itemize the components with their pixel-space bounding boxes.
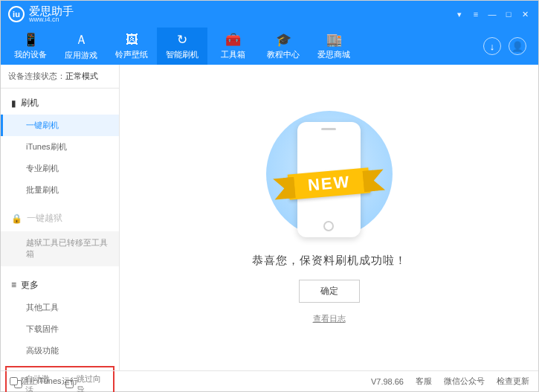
checkbox-input[interactable]	[10, 377, 18, 385]
main-content: NEW 恭喜您，保资料刷机成功啦！ 确定 查看日志	[120, 65, 538, 370]
status-label: 设备连接状态：	[8, 71, 65, 80]
checkbox-label: 阻止iTunes运行	[21, 376, 78, 387]
lock-icon: 🔒	[11, 213, 22, 224]
success-message: 恭喜您，保资料刷机成功啦！	[252, 254, 407, 268]
brand-url: www.i4.cn	[29, 16, 74, 23]
nav-shop[interactable]: 🏬 爱思商城	[309, 28, 359, 65]
maximize-icon[interactable]: □	[503, 9, 514, 19]
connection-status: 设备连接状态：正常模式	[1, 65, 119, 89]
menu-icon: ≡	[11, 280, 16, 290]
nav-label: 教程中心	[267, 49, 300, 60]
flash-icon: ↻	[177, 32, 187, 48]
menu-icon[interactable]: ▾	[454, 9, 465, 19]
nav-label: 爱思商城	[317, 49, 350, 60]
sidebar-item-download[interactable]: 下载固件	[1, 318, 119, 340]
nav-label: 工具箱	[221, 49, 245, 60]
sidebar-item-oneclick[interactable]: 一键刷机	[1, 115, 119, 136]
sidebar: 设备连接状态：正常模式 ▮ 刷机 一键刷机 iTunes刷机 专业刷机 批量刷机…	[1, 65, 120, 370]
nav-my-device[interactable]: 📱 我的设备	[5, 28, 56, 65]
sidebar-item-advanced[interactable]: 高级功能	[1, 340, 119, 362]
ribbon: NEW	[255, 169, 404, 199]
block-itunes-checkbox[interactable]: 阻止iTunes运行	[10, 376, 78, 387]
window-controls: ▾ ≡ — □ ✕	[454, 9, 531, 19]
sidebar-head-label: 更多	[21, 279, 39, 292]
nav-ringtone[interactable]: 🖼 铃声壁纸	[106, 28, 157, 65]
sidebar-head-more[interactable]: ≡ 更多	[1, 274, 119, 297]
success-illustration: NEW	[255, 111, 404, 245]
brand-block: 爱思助手 www.i4.cn	[29, 5, 74, 23]
shop-icon: 🏬	[326, 32, 342, 48]
sidebar-item-batch[interactable]: 批量刷机	[1, 179, 119, 201]
wechat-link[interactable]: 微信公众号	[444, 376, 485, 387]
jailbreak-note: 越狱工具已转移至工具箱	[1, 231, 119, 266]
main-nav: 📱 我的设备 Ａ 应用游戏 🖼 铃声壁纸 ↻ 智能刷机 🧰 工具箱 🎓 教程中心…	[1, 28, 538, 65]
nav-label: 铃声壁纸	[115, 49, 148, 60]
title-bar: iu 爱思助手 www.i4.cn ▾ ≡ — □ ✕	[1, 1, 538, 28]
user-button[interactable]: 👤	[509, 37, 526, 55]
ribbon-text: NEW	[288, 167, 371, 199]
status-footer: 阻止iTunes运行 V7.98.66 客服 微信公众号 检查更新	[1, 370, 538, 391]
apps-icon: Ａ	[75, 31, 88, 48]
sidebar-item-itunes[interactable]: iTunes刷机	[1, 136, 119, 158]
support-link[interactable]: 客服	[416, 376, 432, 387]
nav-label: 智能刷机	[166, 49, 199, 60]
wallpaper-icon: 🖼	[126, 33, 138, 48]
sidebar-head-label: 刷机	[21, 97, 39, 109]
sidebar-head-flash[interactable]: ▮ 刷机	[1, 91, 119, 115]
status-value: 正常模式	[65, 71, 98, 80]
nav-flash[interactable]: ↻ 智能刷机	[157, 28, 207, 65]
close-icon[interactable]: ✕	[519, 9, 531, 19]
phone-icon: 📱	[23, 32, 39, 48]
nav-label: 应用游戏	[65, 50, 97, 61]
nav-apps[interactable]: Ａ 应用游戏	[56, 28, 106, 65]
sidebar-item-pro[interactable]: 专业刷机	[1, 158, 119, 179]
phone-icon: ▮	[11, 98, 16, 109]
brand-name: 爱思助手	[29, 5, 74, 16]
update-link[interactable]: 检查更新	[497, 376, 529, 387]
tutorial-icon: 🎓	[276, 32, 291, 48]
view-log-link[interactable]: 查看日志	[313, 313, 346, 324]
nav-tutorial[interactable]: 🎓 教程中心	[258, 28, 309, 65]
sidebar-item-other[interactable]: 其他工具	[1, 297, 119, 318]
toolbox-icon: 🧰	[225, 32, 241, 48]
sidebar-head-jailbreak: 🔒 一键越狱	[1, 207, 119, 230]
nav-toolbox[interactable]: 🧰 工具箱	[207, 28, 258, 65]
sidebar-head-label: 一键越狱	[27, 212, 62, 225]
version-label: V7.98.66	[371, 377, 404, 386]
minimize-icon[interactable]: —	[486, 9, 498, 19]
nav-label: 我的设备	[14, 49, 47, 60]
logo-icon: iu	[8, 6, 25, 22]
ok-button[interactable]: 确定	[299, 280, 360, 303]
list-icon[interactable]: ≡	[470, 9, 482, 19]
download-button[interactable]: ↓	[483, 37, 501, 55]
